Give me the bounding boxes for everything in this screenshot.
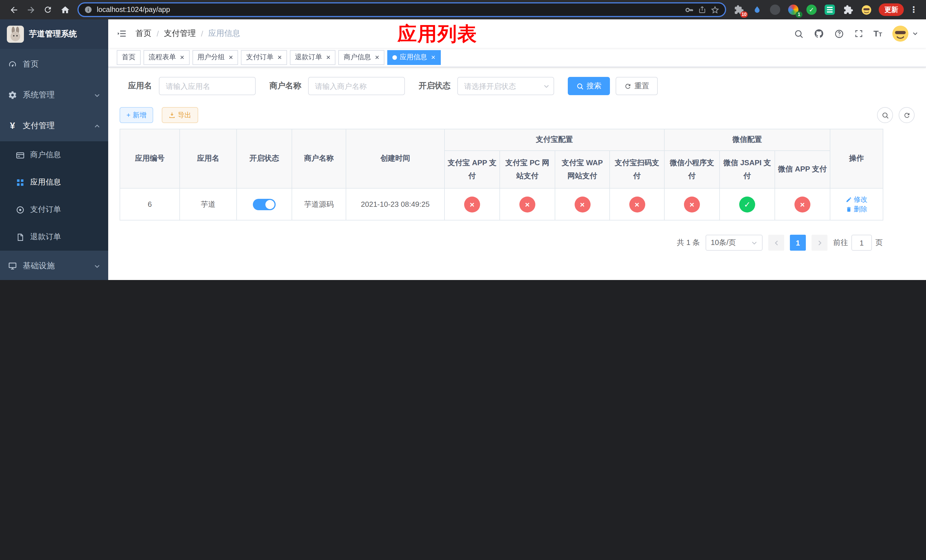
alipay-app-status-icon: × — [464, 196, 480, 212]
column-header: 微信 JSAPI 支付 — [720, 151, 775, 188]
tab-app-info[interactable]: 应用信息× — [387, 50, 440, 65]
sidebar-logo[interactable]: 芋道管理系统 — [0, 20, 108, 49]
tab-home[interactable]: 首页 — [117, 50, 141, 65]
close-icon[interactable]: × — [431, 53, 436, 61]
breadcrumb-item[interactable]: 首页 — [136, 29, 151, 39]
reload-button[interactable] — [40, 2, 56, 18]
green-check-extension-icon[interactable]: ✓ — [805, 3, 819, 17]
breadcrumb-current: 应用信息 — [209, 29, 240, 39]
breadcrumb-item[interactable]: 支付管理 — [164, 29, 196, 39]
droplet-extension-icon[interactable] — [750, 3, 764, 17]
sidebar-item-home[interactable]: 首页 — [0, 49, 108, 80]
column-header: 支付宝 PC 网站支付 — [500, 151, 555, 188]
forward-icon — [26, 5, 36, 15]
update-button[interactable]: 更新 — [879, 3, 904, 16]
extensions-row: 10 1 ✓ — [732, 3, 873, 17]
goto-label: 前往 — [833, 238, 848, 248]
search-button[interactable] — [788, 29, 808, 38]
github-icon — [814, 29, 824, 39]
status-label: 开启状态 — [419, 81, 451, 91]
sidebar-item-merchant-info[interactable]: 商户信息 — [0, 141, 108, 169]
column-header: 支付宝扫码支付 — [610, 151, 664, 188]
goto-unit: 页 — [875, 238, 883, 248]
close-icon[interactable]: × — [326, 53, 331, 61]
close-icon[interactable]: × — [277, 53, 281, 61]
close-icon[interactable]: × — [228, 53, 233, 61]
close-icon[interactable]: × — [375, 53, 379, 61]
back-button[interactable] — [6, 2, 22, 18]
column-header: 支付宝 WAP 网站支付 — [555, 151, 610, 188]
refresh-icon — [903, 111, 910, 119]
emoji-extension-icon[interactable] — [859, 3, 873, 17]
key-icon[interactable] — [685, 5, 694, 14]
next-page-button[interactable] — [811, 235, 828, 251]
reset-button[interactable]: 重置 — [616, 77, 658, 95]
app-name-label: 应用名 — [128, 81, 152, 91]
tab-merchant-info[interactable]: 商户信息× — [339, 50, 384, 65]
wechat-jsapi-status-icon: ✓ — [739, 196, 755, 212]
site-info-icon[interactable] — [84, 6, 92, 14]
font-size-button[interactable]: TT — [868, 30, 887, 38]
sidebar-item-label: 支付管理 — [23, 121, 54, 131]
status-toggle[interactable] — [253, 198, 275, 210]
merchant-name-label: 商户名称 — [269, 81, 301, 91]
wechat-mini-status-icon: × — [684, 196, 700, 212]
goto-page-input[interactable] — [851, 235, 872, 251]
forward-button[interactable] — [23, 2, 39, 18]
edit-button[interactable]: 修改 — [846, 195, 867, 204]
tab-pay-orders[interactable]: 支付订单× — [241, 50, 287, 65]
delete-button[interactable]: 删除 — [846, 204, 867, 214]
page-size-select[interactable]: 10条/页 — [706, 235, 763, 251]
add-button[interactable]: + 新增 — [120, 107, 153, 123]
export-button[interactable]: 导出 — [162, 107, 198, 123]
close-icon[interactable]: × — [180, 53, 184, 61]
merchant-name-input[interactable] — [308, 77, 405, 95]
home-button[interactable] — [57, 2, 73, 18]
pagination-total: 共 1 条 — [677, 238, 700, 248]
cell-app-id: 6 — [120, 188, 180, 220]
avatar — [892, 25, 909, 42]
prev-page-button[interactable] — [768, 235, 784, 251]
extensions-menu-icon[interactable] — [841, 3, 855, 17]
sidebar-item-label: 退款订单 — [30, 232, 61, 242]
sidebar-item-payment[interactable]: ¥ 支付管理 — [0, 110, 108, 141]
column-group-alipay: 支付宝配置 — [445, 129, 664, 151]
breadcrumb-separator: / — [201, 29, 203, 38]
sidebar-item-app-info[interactable]: 应用信息 — [0, 169, 108, 196]
status-select[interactable] — [457, 77, 554, 95]
tab-user-group[interactable]: 用户分组× — [192, 50, 238, 65]
sidebar-item-pay-orders[interactable]: 支付订单 — [0, 196, 108, 223]
fullscreen-button[interactable] — [849, 29, 868, 38]
sidebar-item-infra[interactable]: 基础设施 — [0, 251, 108, 280]
user-menu[interactable] — [887, 25, 918, 42]
edit-icon — [846, 196, 852, 203]
sidebar-item-system[interactable]: 系统管理 — [0, 80, 108, 110]
tab-refund-orders[interactable]: 退款订单× — [290, 50, 336, 65]
column-header: 支付宝 APP 支付 — [445, 151, 500, 188]
sidebar-item-label: 基础设施 — [23, 261, 54, 271]
page-number-1[interactable]: 1 — [790, 235, 806, 251]
share-icon[interactable] — [698, 6, 706, 14]
help-button[interactable] — [829, 29, 849, 38]
hamburger-button[interactable] — [108, 29, 136, 39]
github-button[interactable] — [808, 29, 829, 39]
green-book-extension-icon[interactable] — [823, 3, 837, 17]
bookmark-star-icon[interactable] — [711, 5, 719, 14]
caret-down-icon — [912, 31, 918, 36]
app-name-input[interactable] — [159, 77, 256, 95]
back-icon — [9, 5, 18, 15]
search-button[interactable]: 搜索 — [568, 77, 610, 95]
browser-menu-icon[interactable]: ⋮ — [905, 5, 920, 15]
refresh-table-button[interactable] — [899, 107, 915, 123]
column-header: 应用编号 — [120, 129, 180, 188]
column-group-wechat: 微信配置 — [664, 129, 830, 151]
address-bar[interactable]: localhost:1024/pay/app — [77, 2, 726, 17]
puzzle-extension-icon[interactable]: 10 — [732, 3, 746, 17]
sidebar-item-refund-orders[interactable]: 退款订单 — [0, 223, 108, 251]
tab-process-form[interactable]: 流程表单× — [144, 50, 189, 65]
colorwheel-extension-icon[interactable]: 1 — [787, 3, 800, 17]
browser-toolbar: localhost:1024/pay/app 10 1 ✓ — [0, 0, 926, 20]
toggle-search-button[interactable] — [877, 107, 893, 123]
dark-circle-extension-icon[interactable] — [768, 3, 782, 17]
cell-merchant: 芋道源码 — [292, 188, 346, 220]
